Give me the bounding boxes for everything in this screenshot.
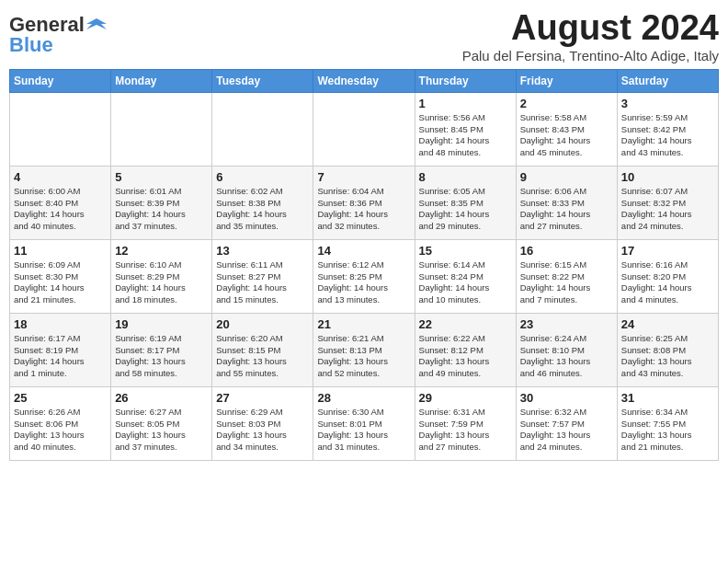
calendar-cell: 14Sunrise: 6:12 AM Sunset: 8:25 PM Dayli… [313,239,415,313]
day-number: 21 [317,317,410,331]
day-info: Sunrise: 6:29 AM Sunset: 8:03 PM Dayligh… [216,407,309,454]
day-number: 23 [520,317,613,331]
day-number: 19 [115,317,208,331]
svg-marker-0 [86,18,107,29]
calendar-cell: 27Sunrise: 6:29 AM Sunset: 8:03 PM Dayli… [212,386,313,460]
logo: General Blue [9,9,107,57]
day-number: 11 [14,244,107,258]
calendar-cell: 15Sunrise: 6:14 AM Sunset: 8:24 PM Dayli… [415,239,516,313]
day-info: Sunrise: 6:30 AM Sunset: 8:01 PM Dayligh… [317,407,410,454]
calendar-week-row: 4Sunrise: 6:00 AM Sunset: 8:40 PM Daylig… [10,166,719,239]
calendar-cell: 25Sunrise: 6:26 AM Sunset: 8:06 PM Dayli… [10,386,111,460]
day-number: 14 [317,244,410,258]
day-info: Sunrise: 6:17 AM Sunset: 8:19 PM Dayligh… [14,333,107,380]
calendar-cell: 11Sunrise: 6:09 AM Sunset: 8:30 PM Dayli… [10,239,111,313]
day-number: 5 [115,170,208,184]
calendar-cell [111,92,212,166]
day-info: Sunrise: 6:15 AM Sunset: 8:22 PM Dayligh… [520,259,613,306]
calendar-cell: 3Sunrise: 5:59 AM Sunset: 8:42 PM Daylig… [617,92,718,166]
calendar-cell [10,92,111,166]
header-monday: Monday [111,69,212,92]
day-info: Sunrise: 6:12 AM Sunset: 8:25 PM Dayligh… [317,259,410,306]
day-number: 25 [14,391,107,405]
day-info: Sunrise: 6:19 AM Sunset: 8:17 PM Dayligh… [115,333,208,380]
day-info: Sunrise: 6:31 AM Sunset: 7:59 PM Dayligh… [419,407,512,454]
day-number: 24 [621,317,714,331]
calendar-cell: 5Sunrise: 6:01 AM Sunset: 8:39 PM Daylig… [111,166,212,239]
day-info: Sunrise: 6:32 AM Sunset: 7:57 PM Dayligh… [520,407,613,454]
day-number: 6 [216,170,309,184]
calendar-week-row: 1Sunrise: 5:56 AM Sunset: 8:45 PM Daylig… [10,92,719,166]
calendar-cell: 7Sunrise: 6:04 AM Sunset: 8:36 PM Daylig… [313,166,415,239]
calendar-cell: 26Sunrise: 6:27 AM Sunset: 8:05 PM Dayli… [111,386,212,460]
day-number: 17 [621,244,714,258]
day-info: Sunrise: 5:58 AM Sunset: 8:43 PM Dayligh… [520,112,613,159]
calendar-cell: 2Sunrise: 5:58 AM Sunset: 8:43 PM Daylig… [516,92,617,166]
day-number: 9 [520,170,613,184]
calendar-cell: 17Sunrise: 6:16 AM Sunset: 8:20 PM Dayli… [617,239,718,313]
header-wednesday: Wednesday [313,69,415,92]
calendar-cell: 29Sunrise: 6:31 AM Sunset: 7:59 PM Dayli… [415,386,516,460]
page-header: General Blue August 2024 Palu del Fersin… [9,9,719,63]
month-title: August 2024 [462,9,719,48]
day-number: 30 [520,391,613,405]
day-info: Sunrise: 6:10 AM Sunset: 8:29 PM Dayligh… [115,259,208,306]
calendar-week-row: 25Sunrise: 6:26 AM Sunset: 8:06 PM Dayli… [10,386,719,460]
day-info: Sunrise: 6:24 AM Sunset: 8:10 PM Dayligh… [520,333,613,380]
logo-bird-icon [86,15,107,35]
day-number: 2 [520,97,613,110]
day-number: 13 [216,244,309,258]
day-number: 15 [419,244,512,258]
day-info: Sunrise: 6:11 AM Sunset: 8:27 PM Dayligh… [216,259,309,306]
calendar-cell: 12Sunrise: 6:10 AM Sunset: 8:29 PM Dayli… [111,239,212,313]
day-info: Sunrise: 6:21 AM Sunset: 8:13 PM Dayligh… [317,333,410,380]
calendar-cell: 6Sunrise: 6:02 AM Sunset: 8:38 PM Daylig… [212,166,313,239]
calendar-cell: 24Sunrise: 6:25 AM Sunset: 8:08 PM Dayli… [617,313,718,386]
header-friday: Friday [516,69,617,92]
day-number: 1 [419,97,512,110]
day-number: 3 [621,97,714,110]
calendar-header-row: SundayMondayTuesdayWednesdayThursdayFrid… [10,69,719,92]
calendar-cell: 13Sunrise: 6:11 AM Sunset: 8:27 PM Dayli… [212,239,313,313]
day-number: 8 [419,170,512,184]
header-saturday: Saturday [617,69,718,92]
day-info: Sunrise: 6:27 AM Sunset: 8:05 PM Dayligh… [115,407,208,454]
calendar-cell [313,92,415,166]
day-info: Sunrise: 6:00 AM Sunset: 8:40 PM Dayligh… [14,186,107,233]
calendar-cell: 21Sunrise: 6:21 AM Sunset: 8:13 PM Dayli… [313,313,415,386]
logo-blue: Blue [9,33,53,57]
day-info: Sunrise: 6:34 AM Sunset: 7:55 PM Dayligh… [621,407,714,454]
header-thursday: Thursday [415,69,516,92]
day-number: 4 [14,170,107,184]
day-info: Sunrise: 6:07 AM Sunset: 8:32 PM Dayligh… [621,186,714,233]
day-number: 29 [419,391,512,405]
calendar-cell: 22Sunrise: 6:22 AM Sunset: 8:12 PM Dayli… [415,313,516,386]
day-number: 12 [115,244,208,258]
day-info: Sunrise: 6:01 AM Sunset: 8:39 PM Dayligh… [115,186,208,233]
calendar-table: SundayMondayTuesdayWednesdayThursdayFrid… [9,69,719,461]
day-number: 16 [520,244,613,258]
day-info: Sunrise: 6:09 AM Sunset: 8:30 PM Dayligh… [14,259,107,306]
header-tuesday: Tuesday [212,69,313,92]
day-info: Sunrise: 6:20 AM Sunset: 8:15 PM Dayligh… [216,333,309,380]
calendar-cell: 28Sunrise: 6:30 AM Sunset: 8:01 PM Dayli… [313,386,415,460]
day-number: 20 [216,317,309,331]
calendar-cell: 9Sunrise: 6:06 AM Sunset: 8:33 PM Daylig… [516,166,617,239]
calendar-cell [212,92,313,166]
calendar-cell: 19Sunrise: 6:19 AM Sunset: 8:17 PM Dayli… [111,313,212,386]
day-info: Sunrise: 5:56 AM Sunset: 8:45 PM Dayligh… [419,112,512,159]
day-number: 7 [317,170,410,184]
calendar-cell: 31Sunrise: 6:34 AM Sunset: 7:55 PM Dayli… [617,386,718,460]
calendar-week-row: 18Sunrise: 6:17 AM Sunset: 8:19 PM Dayli… [10,313,719,386]
title-block: August 2024 Palu del Fersina, Trentino-A… [462,9,719,63]
day-number: 31 [621,391,714,405]
day-info: Sunrise: 5:59 AM Sunset: 8:42 PM Dayligh… [621,112,714,159]
calendar-cell: 4Sunrise: 6:00 AM Sunset: 8:40 PM Daylig… [10,166,111,239]
day-number: 28 [317,391,410,405]
calendar-week-row: 11Sunrise: 6:09 AM Sunset: 8:30 PM Dayli… [10,239,719,313]
day-info: Sunrise: 6:22 AM Sunset: 8:12 PM Dayligh… [419,333,512,380]
calendar-cell: 20Sunrise: 6:20 AM Sunset: 8:15 PM Dayli… [212,313,313,386]
day-info: Sunrise: 6:16 AM Sunset: 8:20 PM Dayligh… [621,259,714,306]
calendar-cell: 30Sunrise: 6:32 AM Sunset: 7:57 PM Dayli… [516,386,617,460]
day-info: Sunrise: 6:05 AM Sunset: 8:35 PM Dayligh… [419,186,512,233]
